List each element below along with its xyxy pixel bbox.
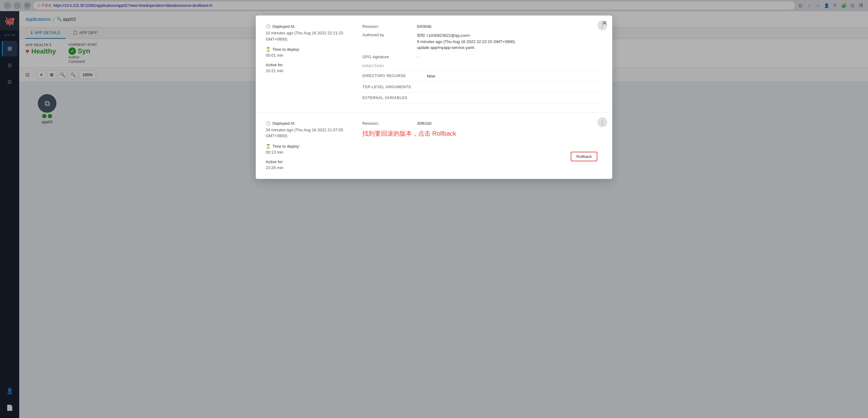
gpg-label: GPG signature (362, 55, 412, 59)
revision-2-left: 🕐 Deployed At: 34 minutes ago (Thu Aug 1… (266, 121, 352, 170)
revision-label-1: Revision: (362, 24, 412, 29)
annotation-container: 找到要回滚的版本，点击 Rollback (362, 130, 602, 148)
external-vars-row: EXTERNAL VARIABLES (362, 93, 602, 103)
clock-icon-2: 🕐 (266, 121, 271, 126)
deployed-at-value-2: 34 minutes ago (Thu Aug 18 2022 21:57:55… (266, 127, 352, 139)
active-for-value-2: 23:28 min (266, 165, 352, 170)
revision-value-1: 64f304b (417, 24, 602, 29)
revision-1-left: 🕐 Deployed At: 10 minutes ago (Thu Aug 1… (266, 24, 352, 103)
hourglass-icon-2: ⏳ (266, 144, 271, 149)
rollback-annotation: 找到要回滚的版本，点击 Rollback (362, 130, 456, 137)
gpg-value: - (417, 55, 602, 59)
top-level-label: TOP-LEVEL ARGUMENTS (362, 85, 424, 89)
authored-by-label: Authored by (362, 33, 412, 51)
modal-overlay: ✕ 🕐 Deployed At: 10 minutes ago (Thu Aug… (0, 0, 868, 418)
directory-recurse-value: false (427, 74, 602, 78)
top-level-row: TOP-LEVEL ARGUMENTS (362, 82, 602, 93)
hourglass-icon-1: ⏳ (266, 47, 271, 52)
revision-row: Revision: 64f304b (362, 24, 602, 29)
deployed-at-label-2: 🕐 Deployed At: (266, 121, 352, 126)
time-to-deploy-label-2: ⏳ Time to deploy: (266, 144, 352, 149)
deployed-at-value-1: 10 minutes ago (Thu Aug 18 2022 22:21:23… (266, 30, 352, 42)
revision-2-row: Revision: 30f61b0 (362, 121, 602, 126)
rollback-button[interactable]: Rollback (571, 152, 597, 161)
revision-label-2: Revision: (362, 121, 412, 126)
revision-card-2: 🕐 Deployed At: 34 minutes ago (Thu Aug 1… (256, 112, 612, 179)
authored-by-value: 邹邹 <1030923822@qq.com> 9 minutes ago (Th… (417, 33, 602, 51)
time-to-deploy-value-1: 00:01 min (266, 53, 352, 58)
authored-by-row: Authored by 邹邹 <1030923822@qq.com> 9 min… (362, 33, 602, 51)
active-for-label-2: Active for: (266, 160, 352, 164)
directory-recurse-row: DIRECTORY RECURSE false (362, 70, 602, 82)
clock-icon-1: 🕐 (266, 24, 271, 29)
gpg-row: GPG signature - (362, 55, 602, 59)
directory-header: DIRECTORY (362, 64, 602, 68)
revision-value-2: 30f61b0 (417, 121, 602, 126)
external-vars-value (427, 96, 602, 100)
modal: ✕ 🕐 Deployed At: 10 minutes ago (Thu Aug… (256, 15, 612, 179)
active-for-label-1: Active for: (266, 63, 352, 67)
top-level-value (427, 85, 602, 89)
modal-close-button[interactable]: ✕ (602, 19, 607, 27)
directory-recurse-label: DIRECTORY RECURSE (362, 74, 424, 78)
revision-2-right: Revision: 30f61b0 找到要回滚的版本，点击 Rollback R… (362, 121, 602, 170)
active-for-value-1: 10:21 min (266, 68, 352, 73)
time-to-deploy-value-2: 00:13 min (266, 150, 352, 154)
revision-1-right: Revision: 64f304b Authored by 邹邹 <103092… (362, 24, 602, 103)
external-vars-label: EXTERNAL VARIABLES (362, 96, 424, 100)
time-to-deploy-label-1: ⏳ Time to deploy: (266, 47, 352, 52)
rollback-container: Rollback (362, 148, 602, 165)
deployed-at-label-1: 🕐 Deployed At: (266, 24, 352, 29)
revision-card-1: 🕐 Deployed At: 10 minutes ago (Thu Aug 1… (256, 15, 612, 112)
revision-2-menu-button[interactable]: ⋮ (597, 117, 607, 127)
